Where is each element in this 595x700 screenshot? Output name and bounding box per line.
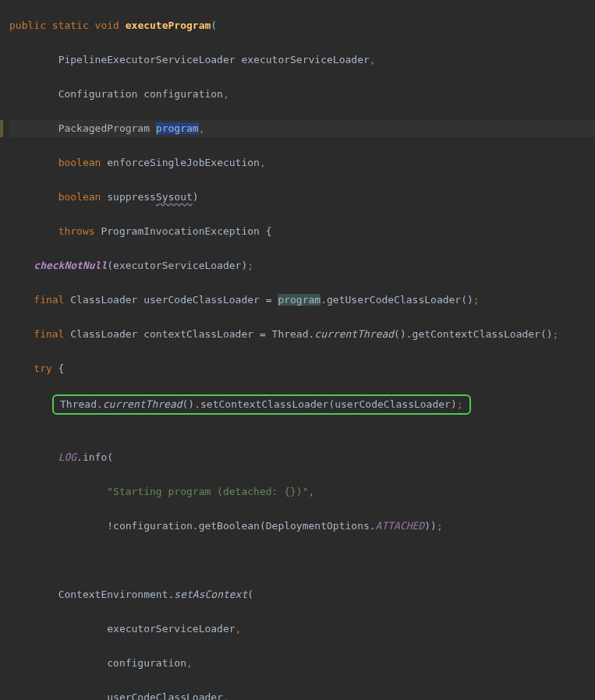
code-line: configuration, xyxy=(9,655,595,672)
highlight-box-1: Thread.currentThread().setContextClassLo… xyxy=(52,394,471,415)
code-line: LOG.info( xyxy=(9,449,595,466)
code-line xyxy=(9,415,595,432)
code-line: final ClassLoader userCodeClassLoader = … xyxy=(9,292,595,309)
code-line: public static void executeProgram( xyxy=(9,17,595,34)
code-line: !configuration.getBoolean(DeploymentOpti… xyxy=(9,518,595,535)
code-line: boolean enforceSingleJobExecution, xyxy=(9,154,595,171)
code-line: final ClassLoader contextClassLoader = T… xyxy=(9,326,595,343)
code-line: checkNotNull(executorServiceLoader); xyxy=(9,257,595,274)
code-editor[interactable]: public static void executeProgram( Pipel… xyxy=(0,0,595,700)
code-line: "Starting program (detached: {})", xyxy=(9,483,595,500)
code-line: ContextEnvironment.setAsContext( xyxy=(9,586,595,603)
code-line: boolean suppressSysout) xyxy=(9,189,595,206)
code-line-caret: PackagedProgram program, xyxy=(9,120,595,137)
code-line: Configuration configuration, xyxy=(9,86,595,103)
code-line xyxy=(9,552,595,569)
code-line: userCodeClassLoader, xyxy=(9,689,595,700)
code-line: PipelineExecutorServiceLoader executorSe… xyxy=(9,51,595,69)
code-line: try { xyxy=(9,360,595,377)
code-line: executorServiceLoader, xyxy=(9,620,595,638)
code-line: Thread.currentThread().setContextClassLo… xyxy=(60,396,463,413)
code-line: throws ProgramInvocationException { xyxy=(9,223,595,240)
